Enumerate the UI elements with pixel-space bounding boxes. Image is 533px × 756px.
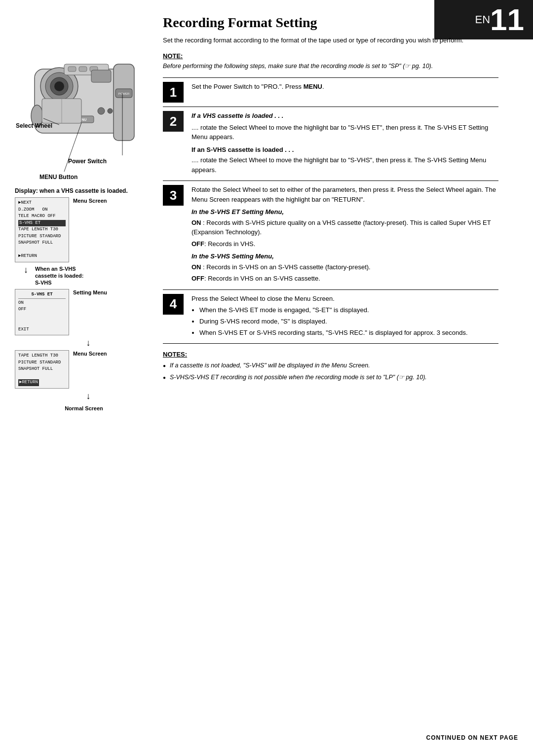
svg-text:POWER: POWER <box>118 92 130 95</box>
svg-point-4 <box>54 81 64 91</box>
arrow-1: ↓ <box>24 265 28 274</box>
select-wheel-label: Select Wheel <box>16 122 52 129</box>
arrow1-row: ↓ When an S-VHS cassette is loaded: S-VH… <box>15 265 153 287</box>
step-3-number: 3 <box>163 185 184 206</box>
left-column: POWER MENU Select Wheel Power Switch MEN… <box>15 39 153 411</box>
steps-container: 1 Set the Power Switch to "PRO.". Press … <box>163 77 498 343</box>
step-3-off-svhs-et: OFF: Records in VHS. <box>191 239 498 249</box>
step-2-num-col: 2 <box>163 111 189 132</box>
step-2: 2 If a VHS cassette is loaded . . . ....… <box>163 107 498 181</box>
arrow-3: ↓ <box>24 392 153 400</box>
step-1-num-col: 1 <box>163 82 189 103</box>
screen2-row: S-VHS ET ON OFF EXIT Setting Menu <box>15 289 153 335</box>
note-item-2: S-VHS/S-VHS ET recording is not possible… <box>163 373 498 382</box>
step-4-bullet-2: During S-VHS record mode, "S" is display… <box>199 317 498 327</box>
notes-list: If a cassette is not loaded, "S-VHS" wil… <box>163 361 498 383</box>
svg-rect-7 <box>68 67 76 72</box>
page-title: Recording Format Setting <box>163 15 498 31</box>
step-3-off-svhs: OFF: Records in VHS on an S-VHS cassette… <box>191 274 498 284</box>
svg-rect-8 <box>79 67 87 72</box>
footer: CONTINUED ON NEXT PAGE <box>426 734 518 741</box>
step-2-content: If a VHS cassette is loaded . . . .... r… <box>189 111 498 177</box>
step-4-content: Press the Select Wheel to close the Menu… <box>189 294 498 339</box>
step-2-sub-heading: If an S-VHS cassette is loaded . . . <box>191 145 498 155</box>
svg-rect-5 <box>114 64 134 141</box>
step-1-number: 1 <box>163 82 184 103</box>
step-3-svhs-heading: In the S-VHS Setting Menu, <box>191 252 498 261</box>
notes-section: NOTES: If a cassette is not loaded, "S-V… <box>163 351 498 383</box>
display-section: Display: when a VHS cassette is loaded. … <box>15 187 153 411</box>
step-3-content: Rotate the Select Wheel to set to either… <box>189 185 498 286</box>
arrow-2: ↓ <box>24 338 153 347</box>
menu-screen-1: ►NEXT D.ZOOM ON TELE MACRO OFF S-VHS ET … <box>15 197 69 262</box>
step-4: 4 Press the Select Wheel to close the Me… <box>163 290 498 344</box>
step-4-num-col: 4 <box>163 294 189 315</box>
step-4-bullets: When the S-VHS ET mode is engaged, "S-ET… <box>199 305 498 338</box>
step-1-text: Set the Power Switch to "PRO.". Press ME… <box>191 82 498 92</box>
power-switch-label: Power Switch <box>68 158 107 165</box>
step-4-bullet-1: When the S-VHS ET mode is engaged, "S-ET… <box>199 305 498 316</box>
screen1-row: ►NEXT D.ZOOM ON TELE MACRO OFF S-VHS ET … <box>15 197 153 262</box>
note-text: Before performing the following steps, m… <box>163 62 498 71</box>
screen3-row: TAPE LENGTH T30 PICTURE STANDARD SNAPSHO… <box>15 350 153 389</box>
step-2-heading: If a VHS cassette is loaded . . . <box>191 111 498 121</box>
camera-illustration: POWER MENU Select Wheel Power Switch MEN… <box>15 39 143 178</box>
step-4-bullet-3: When S-VHS ET or S-VHS recording starts,… <box>199 328 498 338</box>
step-1-content: Set the Power Switch to "PRO.". Press ME… <box>189 82 498 94</box>
step-3: 3 Rotate the Select Wheel to set to eith… <box>163 181 498 290</box>
note-item-1: If a cassette is not loaded, "S-VHS" wil… <box>163 361 498 370</box>
intro-text: Set the recording format according to th… <box>163 36 498 45</box>
svg-rect-10 <box>91 70 111 82</box>
menu-screen-3-label: Menu Screen <box>73 350 107 357</box>
step-3-on-svhs-et: ON : Records with S-VHS picture quality … <box>191 218 498 237</box>
menu-screen-2-label: Setting Menu <box>73 289 107 296</box>
step-2-text: .... rotate the Select Wheel to move the… <box>191 123 498 142</box>
step-3-num-col: 3 <box>163 185 189 206</box>
step-1: 1 Set the Power Switch to "PRO.". Press … <box>163 78 498 107</box>
side-label: When an S-VHS cassette is loaded: S-VHS <box>35 265 83 287</box>
menu-screen-1-label: Menu Screen <box>73 197 107 204</box>
menu-screen-3: TAPE LENGTH T30 PICTURE STANDARD SNAPSHO… <box>15 350 69 389</box>
step-2-number: 2 <box>163 111 184 132</box>
normal-screen-label: Normal Screen <box>15 405 153 411</box>
notes-title: NOTES: <box>163 351 498 358</box>
svg-point-14 <box>108 108 113 113</box>
step-3-svhs-et-heading: In the S-VHS ET Setting Menu, <box>191 207 498 217</box>
step-4-text: Press the Select Wheel to close the Menu… <box>191 294 498 304</box>
step-3-text: Rotate the Select Wheel to set to either… <box>191 185 498 204</box>
menu-screen-2: S-VHS ET ON OFF EXIT <box>15 289 69 335</box>
step-2-sub-text: .... rotate the Select Wheel to move the… <box>191 155 498 175</box>
step-4-number: 4 <box>163 294 184 315</box>
note-box: NOTE: Before performing the following st… <box>163 52 498 71</box>
menu-button-label: MENU Button <box>39 174 77 180</box>
footer-text: CONTINUED ON NEXT PAGE <box>426 734 518 741</box>
note-title: NOTE: <box>163 52 498 60</box>
right-column: Recording Format Setting Set the recordi… <box>163 15 513 385</box>
step-3-on-svhs: ON : Records in S-VHS on an S-VHS casset… <box>191 262 498 272</box>
display-title: Display: when a VHS cassette is loaded. <box>15 187 153 194</box>
svg-point-13 <box>98 108 105 114</box>
menu-screen-container: ►NEXT D.ZOOM ON TELE MACRO OFF S-VHS ET … <box>15 197 153 411</box>
